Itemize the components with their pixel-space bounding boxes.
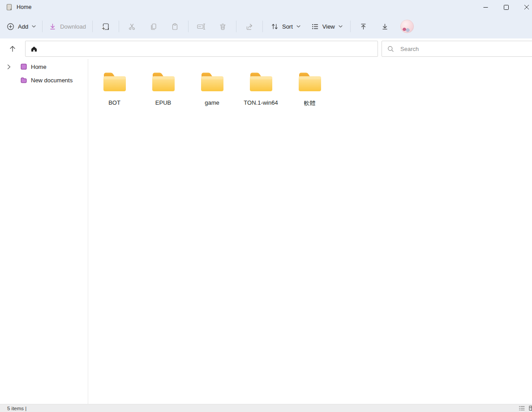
home-library-icon <box>21 64 27 70</box>
close-icon <box>524 4 529 10</box>
new-tab-button[interactable] <box>96 18 116 34</box>
view-list-icon <box>311 23 319 30</box>
file-area[interactable]: BOT EPUB game TON.1-win64 軟體 <box>88 59 532 404</box>
search-icon <box>387 46 394 52</box>
folder-item-bot[interactable]: BOT <box>90 70 139 107</box>
items-count: 5 items | <box>7 406 26 411</box>
folder-icon <box>248 70 275 93</box>
toolbar-separator <box>236 21 236 32</box>
home-breadcrumb-icon <box>31 46 37 52</box>
folder-item-game[interactable]: game <box>188 70 236 107</box>
sort-icon <box>271 23 279 30</box>
folder-grid: BOT EPUB game TON.1-win64 軟體 <box>88 59 532 107</box>
folder-item-epub[interactable]: EPUB <box>139 70 188 107</box>
sort-button[interactable]: Sort <box>267 18 305 34</box>
cut-icon <box>128 23 136 30</box>
upload-button[interactable] <box>354 18 373 34</box>
sort-label: Sort <box>282 23 293 30</box>
folder-name: 軟體 <box>304 99 316 107</box>
search-box <box>382 41 532 57</box>
copy-button[interactable] <box>144 18 163 34</box>
address-row <box>0 38 532 59</box>
sidebar-item-label: Home <box>31 64 47 70</box>
paste-button[interactable] <box>165 18 185 34</box>
title-bar: Home <box>0 0 532 14</box>
toolbar-separator <box>350 21 351 32</box>
arrow-down-bar-icon <box>381 23 389 30</box>
folder-name: TON.1-win64 <box>244 99 278 106</box>
plus-circle-icon <box>7 23 14 30</box>
address-bar[interactable] <box>25 41 378 57</box>
folder-item-ton1-win64[interactable]: TON.1-win64 <box>236 70 285 107</box>
upload-icon <box>360 23 367 30</box>
delete-button[interactable] <box>213 18 233 34</box>
share-icon <box>245 23 253 30</box>
toolbar-separator <box>92 21 93 32</box>
folder-icon <box>199 70 226 93</box>
status-view-toggles <box>519 405 532 411</box>
tab-home[interactable]: Home <box>0 0 31 14</box>
toolbar-separator <box>188 21 189 32</box>
sidebar: Home New documents <box>0 59 88 404</box>
chevron-down-icon <box>32 25 36 28</box>
folder-item-software[interactable]: 軟體 <box>285 70 334 107</box>
tab-title: Home <box>17 4 31 10</box>
toolbar: Add Download <box>0 14 532 38</box>
status-bar: 5 items | <box>0 404 532 412</box>
arrow-up-icon <box>9 45 17 53</box>
maximize-icon <box>504 5 509 10</box>
window-controls <box>475 0 532 14</box>
share-button[interactable] <box>240 18 259 34</box>
folder-icon <box>101 70 128 93</box>
chevron-down-icon <box>296 25 300 28</box>
chevron-right-icon[interactable] <box>6 64 12 69</box>
cut-button[interactable] <box>122 18 142 34</box>
paste-icon <box>171 23 179 30</box>
maximize-button[interactable] <box>496 0 516 14</box>
grid-view-icon <box>529 405 532 411</box>
view-label: View <box>322 23 335 30</box>
minimize-button[interactable] <box>475 0 496 14</box>
sidebar-item-home[interactable]: Home <box>0 60 88 73</box>
sidebar-item-label: New documents <box>31 77 73 84</box>
chevron-down-icon <box>339 25 343 28</box>
download-label: Download <box>60 23 86 30</box>
details-view-button[interactable] <box>519 405 525 411</box>
folder-name: game <box>205 99 219 106</box>
rename-icon <box>197 23 206 30</box>
add-label: Add <box>18 23 28 30</box>
window-body: Home New documents BOT EPUB <box>0 59 532 404</box>
toolbar-separator <box>262 21 263 32</box>
copy-icon <box>150 23 157 30</box>
trash-icon <box>219 23 227 30</box>
toolbar-separator <box>119 21 119 32</box>
grid-view-button[interactable] <box>529 405 532 411</box>
toolbar-separator <box>42 21 43 32</box>
details-view-icon <box>519 405 525 411</box>
file-manager-window: Home Add Download <box>0 0 532 412</box>
download-icon <box>49 23 56 30</box>
documents-folder-icon <box>21 77 27 83</box>
close-button[interactable] <box>516 0 532 14</box>
rename-button[interactable] <box>192 18 211 34</box>
up-button[interactable] <box>5 42 20 56</box>
folder-icon <box>296 70 323 93</box>
search-input[interactable] <box>399 45 530 53</box>
add-button[interactable]: Add <box>3 18 40 34</box>
new-tab-icon <box>101 22 110 31</box>
save-download-button[interactable] <box>375 18 395 34</box>
download-button[interactable]: Download <box>45 18 90 34</box>
minimize-icon <box>483 5 488 10</box>
folder-name: EPUB <box>155 99 171 106</box>
tab-page-icon <box>6 4 12 11</box>
user-avatar[interactable] <box>400 20 414 33</box>
folder-name: BOT <box>108 99 120 106</box>
sidebar-item-new-documents[interactable]: New documents <box>0 73 88 87</box>
folder-icon <box>150 70 177 93</box>
view-button[interactable]: View <box>307 18 347 34</box>
